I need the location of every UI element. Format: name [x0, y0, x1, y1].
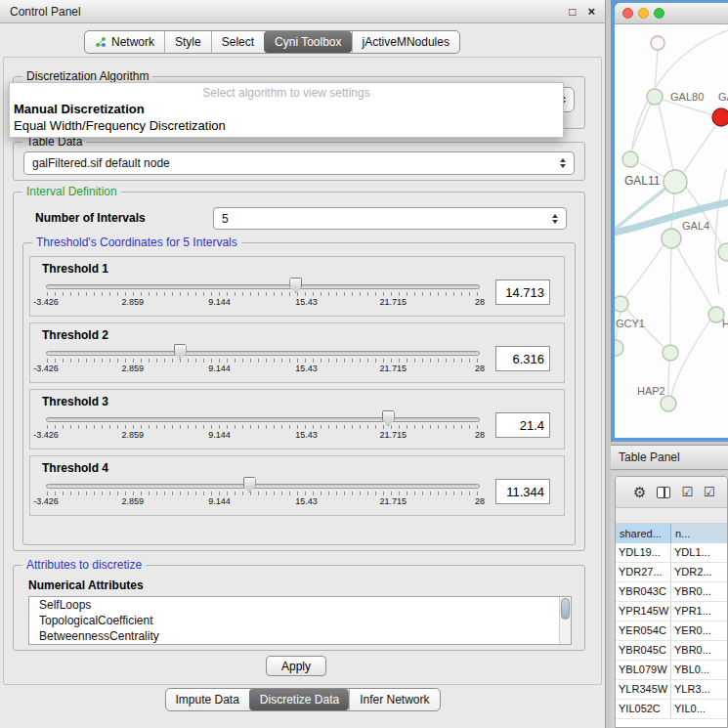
threshold-2-value-field[interactable]: 6.316 — [495, 346, 550, 371]
network-node[interactable] — [664, 170, 687, 193]
network-node[interactable] — [661, 396, 676, 411]
table-row[interactable]: YER054CYER0... — [616, 621, 727, 641]
tab-infer-network[interactable]: Infer Network — [349, 689, 439, 710]
close-traffic-light-icon[interactable] — [622, 8, 633, 19]
table-panel-titlebar[interactable]: Table Panel — [611, 445, 728, 470]
network-node[interactable] — [622, 151, 638, 167]
slider-track[interactable] — [46, 417, 480, 422]
tab-impute-data[interactable]: Impute Data — [165, 689, 248, 710]
network-canvas[interactable]: GAL80 GA GAL11 GAL4 GCY1 H HAP2 — [615, 24, 728, 438]
gear-icon[interactable]: ⚙ — [633, 485, 646, 499]
table-row[interactable]: YDR27...YDR2... — [616, 563, 727, 582]
slider-track[interactable] — [46, 484, 480, 489]
network-node[interactable] — [651, 36, 664, 50]
threshold-4-slider[interactable]: -3.426 2.859 9.144 15.43 21.715 28 — [46, 477, 480, 508]
zoom-traffic-light-icon[interactable] — [654, 8, 664, 19]
slider-handle[interactable] — [382, 410, 395, 426]
network-node[interactable] — [615, 296, 628, 312]
cell[interactable]: YLR345W — [616, 680, 671, 699]
minimize-traffic-light-icon[interactable] — [638, 8, 649, 19]
cell[interactable]: YBL079W — [616, 661, 671, 679]
network-node[interactable] — [662, 229, 681, 248]
cell[interactable]: YIL0... — [671, 700, 727, 718]
table-row[interactable]: YPR145WYPR1... — [616, 602, 727, 621]
network-node[interactable] — [647, 89, 663, 105]
tab-discretize-data[interactable]: Discretize Data — [249, 689, 349, 710]
cell[interactable]: YPR145W — [616, 602, 671, 621]
threshold-3-slider[interactable]: -3.426 2.859 9.144 15.43 21.715 28 — [46, 410, 480, 442]
list-item[interactable]: BetweennessCentrality — [29, 628, 571, 644]
tab-network[interactable]: Network — [85, 31, 164, 53]
network-window-titlebar[interactable] — [615, 3, 728, 24]
network-view-window[interactable]: GAL80 GA GAL11 GAL4 GCY1 H HAP2 — [611, 0, 728, 442]
cell[interactable]: YDR2... — [671, 563, 727, 581]
checkbox-icon[interactable]: ☑ — [704, 486, 715, 498]
cell[interactable]: YBR043C — [616, 582, 671, 601]
column-header-shared-name[interactable]: shared... — [616, 524, 671, 543]
cell[interactable]: YER054C — [616, 621, 671, 640]
table-row[interactable]: YLR345WYLR3... — [616, 680, 727, 700]
numerical-attributes-list[interactable]: SelfLoops TopologicalCoefficient Between… — [28, 596, 572, 645]
slider-track[interactable] — [46, 284, 480, 289]
tab-jactivemnodules[interactable]: jActiveMNodules — [352, 31, 459, 53]
table-data-combobox[interactable]: galFiltered.sif default node — [23, 151, 575, 175]
vertical-scrollbar[interactable] — [559, 597, 571, 644]
scrollbar-thumb[interactable] — [561, 598, 570, 620]
slider-handle[interactable] — [174, 344, 187, 360]
cell[interactable]: YER0... — [671, 621, 727, 640]
num-intervals-spinner[interactable]: 5 — [213, 207, 567, 230]
dropdown-option-equal-width[interactable]: Equal Width/Frequency Discretization — [10, 117, 563, 134]
toolbar-spacer — [616, 508, 727, 524]
threshold-4-value-field[interactable]: 11.344 — [495, 479, 550, 504]
node-label: GAL4 — [682, 220, 709, 232]
slider-handle[interactable] — [243, 477, 256, 492]
threshold-1-slider[interactable]: -3.426 2.859 9.144 15.43 21.715 28 — [46, 278, 480, 309]
slider-track[interactable] — [46, 351, 480, 356]
table-browser-window: ⚙ ☑ ☑ shared... n... YDL19...YDL1... YDR… — [615, 476, 728, 728]
apply-button[interactable]: Apply — [266, 656, 326, 676]
network-node[interactable] — [663, 345, 678, 361]
columns-icon[interactable] — [657, 487, 670, 498]
tab-cyni-toolbox[interactable]: Cyni Toolbox — [264, 31, 351, 53]
slider-handle[interactable] — [289, 278, 302, 293]
cell[interactable]: YBL0... — [671, 661, 727, 679]
selected-network-node[interactable] — [712, 108, 728, 126]
cell[interactable]: YDL1... — [671, 543, 727, 562]
cell[interactable]: YLR3... — [671, 680, 727, 699]
checkbox-icon[interactable]: ☑ — [681, 486, 693, 498]
cell[interactable]: YBR0... — [671, 582, 727, 601]
tab-style[interactable]: Style — [164, 31, 211, 53]
network-graph[interactable]: GAL80 GA GAL11 GAL4 GCY1 H HAP2 — [615, 24, 728, 438]
slider-ticks — [47, 492, 479, 495]
control-panel-title: Control Panel — [10, 5, 557, 19]
threshold-3-value-field[interactable]: 21.4 — [495, 412, 550, 438]
cell[interactable]: YBR045C — [616, 641, 671, 660]
cell[interactable]: YDR27... — [616, 563, 671, 581]
spinner-arrows-icon[interactable] — [552, 214, 558, 224]
float-window-icon[interactable]: □ — [569, 6, 576, 18]
network-node[interactable] — [718, 243, 728, 261]
list-item[interactable]: SelfLoops — [29, 597, 571, 613]
tick-label: 21.715 — [379, 496, 407, 506]
bottom-tab-bar: Impute Data Discretize Data Infer Networ… — [164, 688, 440, 711]
list-item[interactable]: TopologicalCoefficient — [29, 613, 571, 628]
cell[interactable]: YPR1... — [671, 602, 727, 621]
cell[interactable]: YIL052C — [616, 700, 671, 718]
table-row[interactable]: YBR045CYBR0... — [616, 641, 727, 661]
cell[interactable]: YDL19... — [616, 543, 671, 562]
threshold-1-value-field[interactable]: 14.713 — [495, 279, 550, 305]
column-header-name[interactable]: n... — [671, 524, 727, 543]
network-node[interactable] — [615, 340, 623, 356]
table-row[interactable]: YBR043CYBR0... — [616, 582, 727, 602]
table-row[interactable]: YBL079WYBL0... — [616, 661, 727, 680]
threshold-2-slider[interactable]: -3.426 2.859 9.144 15.43 21.715 28 — [46, 344, 480, 375]
table-row[interactable]: YDL19...YDL1... — [616, 543, 727, 563]
top-tab-bar: Network Style Select Cyni Toolbox jActiv… — [84, 30, 460, 54]
close-icon[interactable]: × — [587, 5, 595, 18]
cell[interactable]: YBR0... — [671, 641, 727, 660]
tick-label: 9.144 — [208, 430, 231, 440]
dropdown-option-manual-discretization[interactable]: Manual Discretization — [10, 101, 563, 117]
table-row[interactable]: YIL052CYIL0... — [616, 700, 727, 719]
control-panel-titlebar[interactable]: Control Panel □ × — [0, 0, 605, 23]
tab-select[interactable]: Select — [211, 31, 264, 53]
